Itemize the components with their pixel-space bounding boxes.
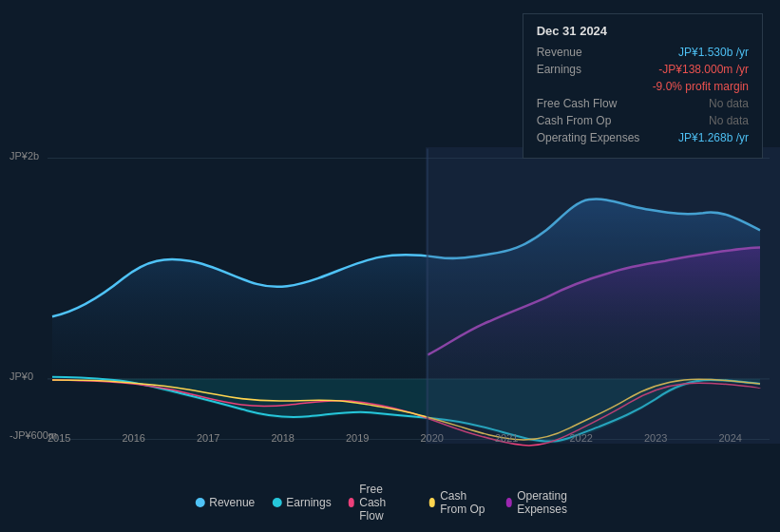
tooltip-value-cashop: No data [709,114,749,127]
x-label-2024: 2024 [719,432,742,444]
legend-label-cashop: Cash From Op [440,489,488,516]
x-label-2019: 2019 [346,432,369,444]
legend-dot-opex [506,498,513,507]
data-tooltip: Dec 31 2024 Revenue JP¥1.530b /yr Earnin… [523,13,763,159]
legend-dot-revenue [195,498,204,507]
legend-label-opex: Operating Expenses [517,489,585,516]
chart-legend: Revenue Earnings Free Cash Flow Cash Fro… [195,483,585,522]
tooltip-value-margin: -9.0% profit margin [653,80,749,93]
tooltip-value-revenue: JP¥1.530b /yr [678,46,749,59]
tooltip-label-fcf: Free Cash Flow [537,97,641,110]
legend-label-earnings: Earnings [286,496,331,509]
legend-label-revenue: Revenue [209,496,255,509]
tooltip-label-earnings: Earnings [537,63,641,76]
tooltip-row-opex: Operating Expenses JP¥1.268b /yr [537,131,749,144]
tooltip-label-margin [537,80,641,93]
legend-label-fcf: Free Cash Flow [359,483,411,522]
x-label-2018: 2018 [272,432,295,444]
x-label-2017: 2017 [197,432,219,444]
legend-item-cashop[interactable]: Cash From Op [429,489,489,516]
tooltip-row-revenue: Revenue JP¥1.530b /yr [537,46,749,59]
tooltip-value-earnings: -JP¥138.000m /yr [658,63,749,76]
x-labels: 2015 2016 2017 2018 2019 2020 2021 2022 … [0,432,780,444]
legend-item-revenue[interactable]: Revenue [195,496,255,509]
x-label-2016: 2016 [123,432,145,444]
legend-dot-cashop [429,498,436,507]
tooltip-row-cashop: Cash From Op No data [537,114,749,127]
legend-dot-fcf [349,498,355,507]
legend-dot-earnings [272,498,281,507]
legend-item-opex[interactable]: Operating Expenses [506,489,585,516]
legend-item-fcf[interactable]: Free Cash Flow [349,483,412,522]
x-label-2022: 2022 [570,432,593,444]
tooltip-row-margin: -9.0% profit margin [537,80,749,93]
x-label-2023: 2023 [644,432,667,444]
tooltip-label-revenue: Revenue [537,46,641,59]
legend-item-earnings[interactable]: Earnings [272,496,331,509]
tooltip-value-opex: JP¥1.268b /yr [678,131,749,144]
tooltip-label-cashop: Cash From Op [537,114,641,127]
tooltip-row-fcf: Free Cash Flow No data [537,97,749,110]
x-label-2021: 2021 [495,432,518,444]
tooltip-date: Dec 31 2024 [537,24,749,38]
tooltip-value-fcf: No data [709,97,749,110]
x-label-2020: 2020 [421,432,444,444]
tooltip-label-opex: Operating Expenses [537,131,641,144]
tooltip-row-earnings: Earnings -JP¥138.000m /yr [537,63,749,76]
x-label-2015: 2015 [48,432,70,444]
